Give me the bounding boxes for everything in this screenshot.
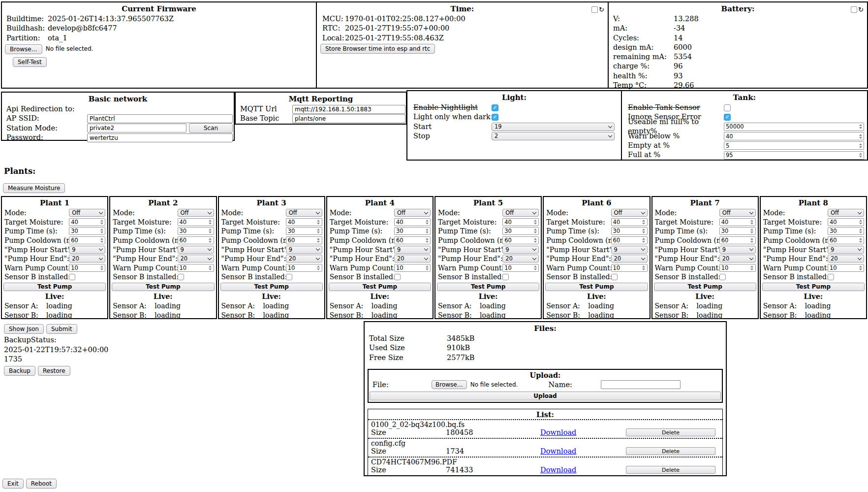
mode-select[interactable]: Off [719, 209, 756, 217]
warn-pump-count-input[interactable] [395, 264, 425, 271]
measure-moisture-button[interactable]: Measure Moisture [3, 183, 65, 193]
sensor-b-checkbox[interactable] [502, 274, 509, 280]
pump-time-input[interactable] [395, 228, 425, 234]
backup-button[interactable]: Backup [4, 366, 35, 376]
enable-nightlight-checkbox[interactable] [492, 104, 498, 111]
test-pump-button[interactable]: Test Pump [545, 283, 648, 291]
delete-button[interactable]: Delete [626, 466, 715, 474]
pump-cooldown-input[interactable] [286, 237, 316, 244]
pump-cooldown-input[interactable] [828, 237, 858, 244]
pump-time-input[interactable] [69, 228, 99, 234]
spinner-icon[interactable] [99, 265, 105, 270]
sensor-b-checkbox[interactable] [69, 274, 75, 280]
target-moisture-input[interactable] [503, 219, 533, 226]
empty-at-input[interactable] [724, 142, 858, 149]
spinner-icon[interactable] [858, 220, 864, 225]
warn-pump-count-input[interactable] [828, 264, 858, 271]
test-pump-button[interactable]: Test Pump [762, 283, 865, 291]
sensor-b-checkbox[interactable] [286, 274, 292, 280]
spinner-icon[interactable] [316, 220, 322, 225]
spinner-icon[interactable] [750, 238, 755, 243]
exit-button[interactable]: Exit [2, 479, 24, 489]
spinner-icon[interactable] [99, 238, 105, 243]
battery-auto-refresh-checkbox[interactable] [851, 6, 857, 13]
mode-select[interactable]: Off [286, 209, 322, 217]
spinner-icon[interactable] [750, 220, 755, 225]
spinner-icon[interactable] [750, 229, 755, 233]
spinner-icon[interactable] [858, 124, 864, 129]
sensor-b-checkbox[interactable] [178, 274, 184, 280]
spinner-icon[interactable] [208, 220, 214, 225]
pump-cooldown-input[interactable] [612, 237, 642, 244]
scan-button[interactable]: Scan [189, 123, 233, 133]
test-pump-button[interactable]: Test Pump [112, 283, 214, 291]
mode-select[interactable]: Off [611, 209, 648, 217]
pump-time-input[interactable] [286, 228, 316, 234]
upload-name-input[interactable] [601, 380, 681, 389]
spinner-icon[interactable] [208, 265, 214, 270]
light-start-select[interactable]: 19 [492, 123, 615, 131]
test-pump-button[interactable]: Test Pump [654, 283, 756, 291]
spinner-icon[interactable] [858, 134, 864, 139]
pump-cooldown-input[interactable] [395, 237, 425, 244]
ignore-sensor-error-checkbox[interactable] [724, 114, 731, 121]
light-only-dark-checkbox[interactable] [492, 114, 498, 121]
mode-select[interactable]: Off [69, 209, 105, 217]
warn-below-input[interactable] [724, 133, 858, 140]
pump-hour-start-select[interactable]: 9 [69, 246, 105, 254]
test-pump-button[interactable]: Test Pump [3, 283, 106, 291]
mqtt-url-input[interactable] [292, 105, 405, 114]
show-json-button[interactable]: Show Json [4, 324, 44, 334]
light-stop-select[interactable]: 2 [492, 132, 615, 140]
base-topic-input[interactable] [292, 114, 405, 123]
spinner-icon[interactable] [425, 229, 430, 233]
enable-tank-sensor-checkbox[interactable] [724, 104, 731, 111]
spinner-icon[interactable] [533, 220, 538, 225]
pump-time-input[interactable] [178, 228, 208, 234]
delete-button[interactable]: Delete [626, 447, 715, 455]
spinner-icon[interactable] [533, 265, 538, 270]
mode-select[interactable]: Off [394, 209, 431, 217]
warn-pump-count-input[interactable] [612, 264, 642, 271]
full-at-input[interactable] [724, 152, 858, 159]
mode-select[interactable]: Off [502, 209, 539, 217]
spinner-icon[interactable] [858, 153, 864, 158]
spinner-icon[interactable] [425, 265, 430, 270]
spinner-icon[interactable] [208, 238, 214, 243]
pump-hour-end-select[interactable]: 20 [719, 255, 756, 262]
warn-pump-count-input[interactable] [69, 264, 99, 271]
sensor-b-checkbox[interactable] [719, 274, 726, 280]
target-moisture-input[interactable] [612, 219, 642, 226]
pump-time-input[interactable] [612, 228, 642, 234]
pump-hour-end-select[interactable]: 20 [394, 255, 431, 262]
target-moisture-input[interactable] [395, 219, 425, 226]
spinner-icon[interactable] [642, 220, 647, 225]
password-input[interactable] [87, 133, 233, 142]
upload-button[interactable]: Upload [370, 392, 721, 400]
mode-select[interactable]: Off [178, 209, 214, 217]
pump-cooldown-input[interactable] [503, 237, 533, 244]
upload-browse-button[interactable]: Browse… [432, 380, 467, 389]
warn-pump-count-input[interactable] [720, 264, 750, 271]
reboot-button[interactable]: Reboot [26, 479, 57, 489]
pump-hour-start-select[interactable]: 9 [719, 246, 756, 254]
pump-cooldown-input[interactable] [720, 237, 750, 244]
target-moisture-input[interactable] [69, 219, 99, 226]
spinner-icon[interactable] [858, 143, 864, 148]
pump-hour-start-select[interactable]: 9 [502, 246, 539, 254]
firmware-browse-button[interactable]: Browse… [5, 44, 42, 54]
pump-hour-start-select[interactable]: 9 [178, 246, 214, 254]
pump-hour-end-select[interactable]: 20 [828, 255, 864, 262]
warn-pump-count-input[interactable] [178, 264, 208, 271]
spinner-icon[interactable] [99, 220, 105, 225]
spinner-icon[interactable] [316, 229, 322, 233]
pump-hour-end-select[interactable]: 20 [502, 255, 539, 262]
refresh-icon[interactable]: ↻ [599, 6, 604, 13]
pump-hour-start-select[interactable]: 9 [394, 246, 431, 254]
pump-hour-start-select[interactable]: 9 [611, 246, 648, 254]
restore-button[interactable]: Restore [38, 366, 70, 376]
warn-pump-count-input[interactable] [503, 264, 533, 271]
sensor-b-checkbox[interactable] [611, 274, 618, 280]
pump-hour-end-select[interactable]: 20 [286, 255, 322, 262]
sensor-b-checkbox[interactable] [828, 274, 834, 280]
